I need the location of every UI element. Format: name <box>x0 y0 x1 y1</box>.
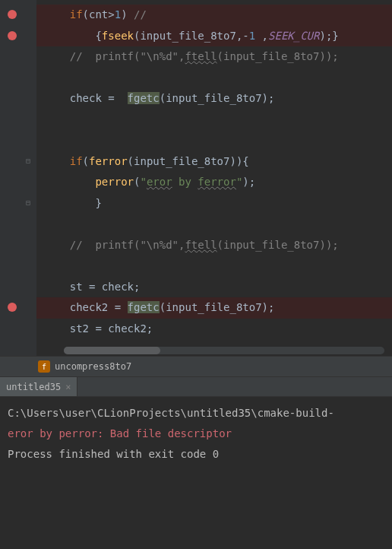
code-line[interactable] <box>36 109 392 131</box>
editor-gutter[interactable]: ⊟⊟ <box>0 0 36 356</box>
code-area[interactable]: if(cnt>1) // {fseek(input_file_8to7,-1 ,… <box>36 0 392 356</box>
console-output[interactable]: C:\Users\user\CLionProjects\untitled35\c… <box>0 397 392 549</box>
code-line[interactable]: if(cnt>1) // <box>36 5 392 26</box>
breadcrumb-bar: f uncompress8to7 <box>0 356 392 377</box>
code-line[interactable]: st = check; <box>36 277 392 298</box>
horizontal-scrollbar[interactable] <box>64 347 384 354</box>
console-line: eror by perror: Bad file descriptor <box>8 424 384 444</box>
code-line[interactable]: st2 = check2; <box>36 319 392 340</box>
editor-area: ⊟⊟ if(cnt>1) // {fseek(input_file_8to7,-… <box>0 0 392 356</box>
scroll-thumb[interactable] <box>64 347 160 354</box>
code-line[interactable] <box>36 255 392 277</box>
code-line[interactable] <box>36 68 392 89</box>
breakpoint-marker[interactable] <box>8 303 17 312</box>
code-line[interactable]: // printf("\n%d",ftell(input_file_8to7))… <box>36 46 392 68</box>
console-tab[interactable]: untitled35 × <box>0 377 77 396</box>
breakpoint-marker[interactable] <box>8 10 17 19</box>
code-line[interactable]: check = fgetc(input_file_8to7); <box>36 88 392 109</box>
breakpoint-marker[interactable] <box>8 31 17 40</box>
code-line[interactable]: {fseek(input_file_8to7,-1 ,SEEK_CUR);} <box>36 26 392 47</box>
code-line[interactable]: } <box>36 193 392 214</box>
fold-marker-icon[interactable]: ⊟ <box>26 157 33 164</box>
console-tab-bar: untitled35 × <box>0 377 392 397</box>
close-icon[interactable]: × <box>65 382 71 392</box>
code-line[interactable]: perror("eror by ferror"); <box>36 172 392 193</box>
code-line[interactable] <box>36 214 392 235</box>
console-line: C:\Users\user\CLionProjects\untitled35\c… <box>8 403 384 424</box>
console-tab-label: untitled35 <box>6 382 61 392</box>
code-line[interactable]: check2 = fgetc(input_file_8to7); <box>36 297 392 319</box>
fold-marker-icon[interactable]: ⊟ <box>26 198 33 206</box>
code-line[interactable]: // printf("\n%d",ftell(input_file_8to7))… <box>36 235 392 256</box>
code-line[interactable] <box>36 130 392 151</box>
function-icon: f <box>38 360 50 373</box>
console-line: Process finished with exit code 0 <box>8 444 384 465</box>
code-line[interactable]: if(ferror(input_file_8to7)){ <box>36 151 392 173</box>
breadcrumb-function[interactable]: uncompress8to7 <box>55 361 131 372</box>
